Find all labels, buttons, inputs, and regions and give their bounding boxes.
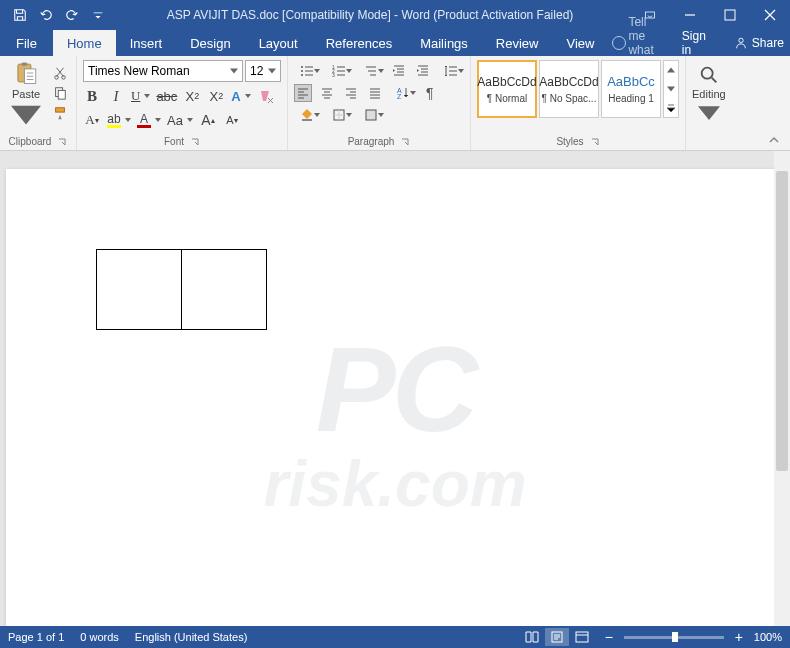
table-cell[interactable] [182, 250, 267, 330]
copy-button[interactable] [50, 84, 70, 102]
document-page[interactable] [6, 169, 784, 626]
editing-button[interactable]: Editing [692, 60, 726, 128]
svg-rect-25 [576, 632, 588, 642]
print-layout-button[interactable] [545, 628, 569, 646]
clear-formatting-button[interactable] [257, 86, 275, 106]
redo-button[interactable] [60, 3, 84, 27]
grow-font-button[interactable]: A▴ [199, 110, 217, 130]
tab-design[interactable]: Design [176, 30, 244, 56]
underline-button[interactable]: U [131, 86, 150, 106]
ribbon-tabs: File Home Insert Design Layout Reference… [0, 30, 790, 56]
window-title: ASP AVIJIT DAS.doc [Compatibility Mode] … [110, 8, 630, 22]
paste-button[interactable]: Paste [6, 60, 46, 128]
align-center-button[interactable] [318, 84, 336, 102]
bullets-button[interactable] [294, 62, 320, 80]
table-cell[interactable] [97, 250, 182, 330]
styles-gallery-more[interactable] [663, 60, 679, 118]
svg-point-11 [301, 66, 303, 68]
zoom-slider-thumb[interactable] [672, 632, 678, 642]
format-painter-button[interactable] [50, 104, 70, 122]
style-heading1[interactable]: AaBbCc Heading 1 [601, 60, 661, 118]
shrink-font-button[interactable]: A▾ [223, 110, 241, 130]
undo-button[interactable] [34, 3, 58, 27]
svg-point-23 [701, 68, 712, 79]
style-normal[interactable]: AaBbCcDd ¶ Normal [477, 60, 537, 118]
paragraph-group-label: Paragraph [348, 136, 395, 147]
share-label: Share [752, 36, 784, 50]
maximize-button[interactable] [710, 0, 750, 30]
word-count[interactable]: 0 words [80, 631, 119, 643]
document-table[interactable] [96, 249, 267, 330]
change-case-button[interactable]: Aa [167, 110, 193, 130]
tab-references[interactable]: References [312, 30, 406, 56]
share-button[interactable]: Share [720, 30, 790, 56]
style-no-spacing[interactable]: AaBbCcDd ¶ No Spac... [539, 60, 599, 118]
statusbar: Page 1 of 1 0 words English (United Stat… [0, 626, 790, 648]
align-right-button[interactable] [342, 84, 360, 102]
highlight-button[interactable]: ab [107, 110, 131, 130]
tab-view[interactable]: View [552, 30, 608, 56]
tab-mailings[interactable]: Mailings [406, 30, 482, 56]
decrease-indent-button[interactable] [390, 62, 408, 80]
tab-layout[interactable]: Layout [245, 30, 312, 56]
multilevel-list-button[interactable] [358, 62, 384, 80]
tab-insert[interactable]: Insert [116, 30, 177, 56]
paragraph-dialog-launcher[interactable] [400, 137, 410, 147]
tab-file[interactable]: File [0, 30, 53, 56]
document-area: PC risk.com [0, 151, 790, 626]
svg-text:Z: Z [397, 93, 402, 100]
group-font: Times New Roman 12 B I U abc X2 X2 A [77, 56, 288, 150]
align-left-button[interactable] [294, 84, 312, 102]
justify-button[interactable] [366, 84, 384, 102]
group-styles: AaBbCcDd ¶ Normal AaBbCcDd ¶ No Spac... … [471, 56, 686, 150]
save-button[interactable] [8, 3, 32, 27]
cut-button[interactable] [50, 64, 70, 82]
text-effects-button[interactable]: A [231, 86, 250, 106]
web-layout-button[interactable] [570, 628, 594, 646]
page-indicator[interactable]: Page 1 of 1 [8, 631, 64, 643]
scrollbar-thumb[interactable] [776, 171, 788, 471]
vertical-scrollbar[interactable] [774, 151, 790, 626]
minimize-button[interactable] [670, 0, 710, 30]
tell-me-search[interactable]: Tell me what you [608, 30, 667, 56]
show-marks-button[interactable]: ¶ [422, 84, 440, 102]
svg-point-12 [301, 70, 303, 72]
editing-label: Editing [692, 88, 726, 100]
sign-in-link[interactable]: Sign in [668, 30, 720, 56]
shading-button[interactable] [294, 106, 320, 124]
font-color-preview-button[interactable]: A▾ [83, 110, 101, 130]
sort-button[interactable]: AZ [390, 84, 416, 102]
numbering-button[interactable]: 123 [326, 62, 352, 80]
line-spacing-button[interactable] [438, 62, 464, 80]
subscript-button[interactable]: X2 [183, 86, 201, 106]
zoom-level[interactable]: 100% [754, 631, 782, 643]
close-button[interactable] [750, 0, 790, 30]
qat-customize-button[interactable] [86, 3, 110, 27]
svg-text:3: 3 [332, 72, 335, 78]
bold-button[interactable]: B [83, 86, 101, 106]
zoom-out-button[interactable]: − [602, 630, 616, 644]
group-paragraph: 123 AZ ¶ Paragraph [288, 56, 471, 150]
clipboard-dialog-launcher[interactable] [57, 137, 67, 147]
collapse-ribbon-button[interactable] [768, 132, 782, 146]
superscript-button[interactable]: X2 [207, 86, 225, 106]
tab-review[interactable]: Review [482, 30, 553, 56]
font-name-combo[interactable]: Times New Roman [83, 60, 243, 82]
styles-dialog-launcher[interactable] [590, 137, 600, 147]
strikethrough-button[interactable]: abc [156, 86, 177, 106]
italic-button[interactable]: I [107, 86, 125, 106]
zoom-slider[interactable] [624, 636, 724, 639]
ribbon: Paste Clipboard [0, 56, 790, 151]
increase-indent-button[interactable] [414, 62, 432, 80]
paragraph-shading-button[interactable] [358, 106, 384, 124]
titlebar: ASP AVIJIT DAS.doc [Compatibility Mode] … [0, 0, 790, 30]
view-buttons [520, 628, 594, 646]
tab-home[interactable]: Home [53, 30, 116, 56]
read-mode-button[interactable] [520, 628, 544, 646]
language-indicator[interactable]: English (United States) [135, 631, 248, 643]
zoom-in-button[interactable]: + [732, 630, 746, 644]
borders-button[interactable] [326, 106, 352, 124]
font-dialog-launcher[interactable] [190, 137, 200, 147]
font-size-combo[interactable]: 12 [245, 60, 281, 82]
font-color-button[interactable]: A [137, 110, 161, 130]
